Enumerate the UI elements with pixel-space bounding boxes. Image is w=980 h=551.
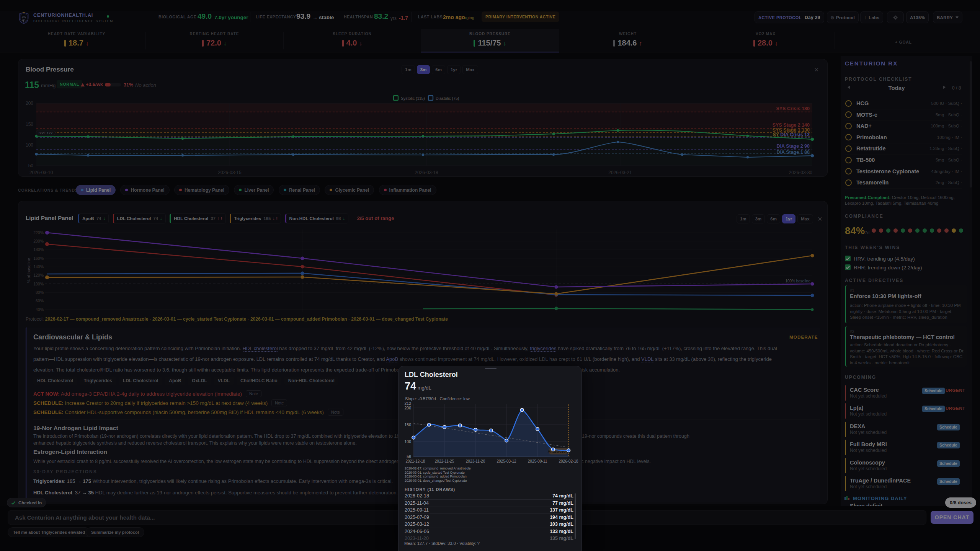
svg-text:56: 56 [407, 454, 411, 459]
svg-text:100: 100 [404, 439, 411, 444]
svg-text:2022-11-25: 2022-11-25 [435, 459, 454, 463]
svg-text:2021-12-18: 2021-12-18 [405, 459, 425, 463]
svg-text:2025-03-12: 2025-03-12 [497, 459, 516, 463]
svg-text:200: 200 [404, 406, 411, 410]
svg-text:2023-11-20: 2023-11-20 [466, 459, 485, 463]
svg-text:2026-02-18: 2026-02-18 [559, 459, 578, 463]
svg-text:2025-09-11: 2025-09-11 [528, 459, 547, 463]
svg-text:212: 212 [404, 401, 411, 406]
svg-text:150: 150 [404, 422, 411, 427]
